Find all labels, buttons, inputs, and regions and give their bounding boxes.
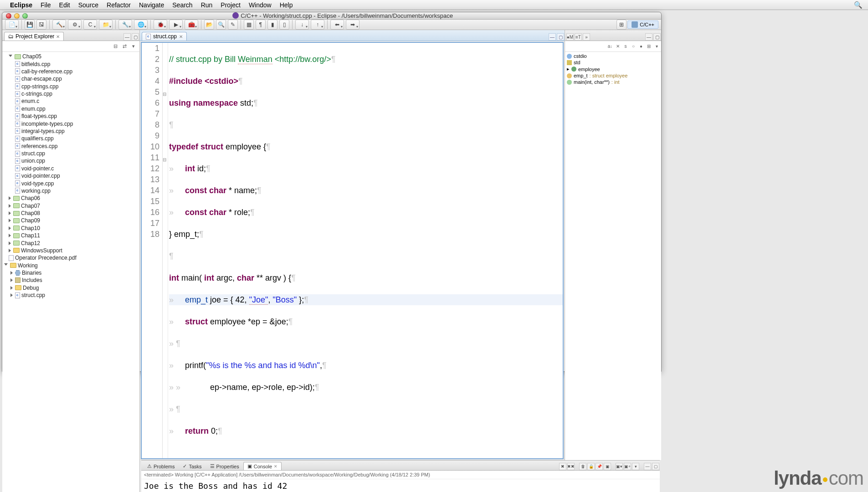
window-minimize-button[interactable] xyxy=(14,13,20,19)
close-editor-icon[interactable]: ✕ xyxy=(179,34,183,39)
close-console-icon[interactable]: ✕ xyxy=(274,464,277,469)
pin-console-button[interactable]: 📌 xyxy=(596,463,603,470)
link-editor-button[interactable]: ⇄ xyxy=(120,42,128,51)
spotlight-icon[interactable]: 🔍 xyxy=(854,1,863,9)
toggle-block-button[interactable]: ▦ xyxy=(244,20,254,30)
search-button[interactable]: 🔍 xyxy=(216,20,226,30)
editor-tab-struct[interactable]: struct.cpp ✕ xyxy=(142,32,187,41)
menu-file[interactable]: File xyxy=(41,1,51,9)
folder-chap09[interactable]: Chap09 xyxy=(9,217,139,224)
terminate-button[interactable]: ✖ xyxy=(559,463,566,470)
file-item[interactable]: cpp-strings.cpp xyxy=(15,83,139,90)
outline-m-tab[interactable]: ●M xyxy=(566,33,574,41)
folder-debug[interactable]: Debug xyxy=(10,284,139,292)
open-console-button[interactable]: ▣▾ xyxy=(616,463,623,470)
hide-inactive-button[interactable]: ● xyxy=(637,43,645,50)
file-item[interactable]: call-by-reference.cpp xyxy=(15,68,139,75)
folder-windowssupport[interactable]: WindowsSupport xyxy=(9,247,139,254)
file-item[interactable]: qualifiers.cpp xyxy=(15,135,139,142)
tab-console[interactable]: ▣Console✕ xyxy=(243,462,282,470)
file-item[interactable]: bitfields.cpp xyxy=(15,60,139,67)
tab-problems[interactable]: ⚠Problems xyxy=(143,462,179,470)
collapse-all-button[interactable]: ⊟ xyxy=(111,42,119,51)
clear-console-button[interactable]: 🗑 xyxy=(579,463,586,470)
file-struct-cpp[interactable]: struct.cpp xyxy=(10,292,139,299)
open-element-button[interactable]: 🌐 xyxy=(134,20,148,30)
file-item[interactable]: void-pointer.cpp xyxy=(15,172,139,179)
sort-button[interactable]: a↓ xyxy=(606,43,614,50)
hide-fields-button[interactable]: ✕ xyxy=(614,43,621,50)
minimize-view-button[interactable]: — xyxy=(123,33,131,41)
file-item[interactable]: integral-types.cpp xyxy=(15,128,139,135)
open-perspective-button[interactable]: ⊞ xyxy=(616,20,627,30)
folder-chap07[interactable]: Chap07 xyxy=(9,202,139,210)
toggle-word-wrap-button[interactable]: ▯ xyxy=(279,20,289,30)
hide-static-button[interactable]: s xyxy=(622,43,629,50)
open-type-button[interactable]: 📂 xyxy=(204,20,214,30)
editor-maximize-button[interactable]: ▢ xyxy=(557,33,564,41)
menu-window[interactable]: Window xyxy=(249,1,272,9)
menu-search[interactable]: Search xyxy=(172,1,192,9)
outline-menu-button[interactable]: ▾ xyxy=(653,43,660,50)
maximize-view-button[interactable]: ▢ xyxy=(132,33,139,41)
outline-t-tab[interactable]: ≡T xyxy=(575,33,582,41)
bottom-minimize-button[interactable]: — xyxy=(644,463,651,470)
folder-chap05[interactable]: Chap05 xyxy=(9,53,139,60)
menu-help[interactable]: Help xyxy=(280,1,293,9)
editor-minimize-button[interactable]: — xyxy=(549,33,556,41)
build-button[interactable]: 🔨 xyxy=(52,20,66,30)
file-item[interactable]: union.cpp xyxy=(15,157,139,164)
folder-chap06[interactable]: Chap06 xyxy=(9,195,139,202)
menu-refactor[interactable]: Refactor xyxy=(107,1,131,9)
next-annotation-button[interactable]: ↓ xyxy=(295,20,309,30)
toggle-mark-button[interactable]: ✎ xyxy=(228,20,238,30)
folder-chap11[interactable]: Chap11 xyxy=(9,232,139,239)
outline-item[interactable]: ▸ employee xyxy=(567,66,659,72)
folder-includes[interactable]: Includes xyxy=(10,277,139,284)
prev-annotation-button[interactable]: ↑ xyxy=(311,20,324,30)
file-item[interactable]: char-escape.cpp xyxy=(15,75,139,82)
project-explorer-tab[interactable]: 🗂 Project Explorer ✕ xyxy=(4,32,64,41)
new-class-button[interactable]: C xyxy=(83,20,97,30)
run-button[interactable]: ▶ xyxy=(169,20,183,30)
toggle-breadcrumb-button[interactable]: ▮ xyxy=(267,20,277,30)
display-selected-button[interactable]: ▣ xyxy=(604,463,611,470)
menu-source[interactable]: Source xyxy=(78,1,98,9)
bottom-maximize-button[interactable]: ▢ xyxy=(652,463,659,470)
file-item[interactable]: working.cpp xyxy=(15,187,139,195)
group-includes-button[interactable]: ⊞ xyxy=(645,43,652,50)
window-zoom-button[interactable] xyxy=(22,13,28,19)
external-tools-button[interactable]: 🧰 xyxy=(185,20,198,30)
file-item[interactable]: incomplete-types.cpp xyxy=(15,120,139,127)
tab-properties[interactable]: ☰Properties xyxy=(206,462,243,470)
outline-list[interactable]: cstdio std ▸ employee emp_t : struct emp… xyxy=(565,52,661,460)
file-item[interactable]: c-strings.cpp xyxy=(15,90,139,97)
save-all-button[interactable]: 🖫 xyxy=(36,20,46,30)
menu-edit[interactable]: Edit xyxy=(59,1,70,9)
folder-chap08[interactable]: Chap08 xyxy=(9,210,139,217)
console-output[interactable]: Joe is the Boss and has id 42 xyxy=(141,479,660,492)
tab-tasks[interactable]: ✓Tasks xyxy=(179,462,205,470)
make-target-button[interactable]: 🔧 xyxy=(118,20,132,30)
view-menu-button[interactable]: ▾ xyxy=(129,42,138,51)
debug-button[interactable]: 🐞 xyxy=(154,20,167,30)
scroll-lock-button[interactable]: 🔒 xyxy=(587,463,595,470)
show-whitespace-button[interactable]: ¶ xyxy=(256,20,266,30)
hide-nonpublic-button[interactable]: ○ xyxy=(630,43,637,50)
project-tree[interactable]: Chap05 bitfields.cpp call-by-reference.c… xyxy=(2,52,139,492)
code-content[interactable]: // struct.cpp by Bill Weinman <http://bw… xyxy=(168,43,563,458)
outline-maximize-button[interactable]: ▢ xyxy=(653,33,661,41)
file-item[interactable]: struct.cpp xyxy=(15,150,139,157)
outline-item[interactable]: main(int, char**) : int xyxy=(567,79,659,85)
save-button[interactable]: 💾 xyxy=(25,20,35,30)
close-view-icon[interactable]: ✕ xyxy=(56,34,60,39)
menu-navigate[interactable]: Navigate xyxy=(139,1,164,9)
build-config-button[interactable]: ⚙ xyxy=(68,20,82,30)
outline-item[interactable]: cstdio xyxy=(567,53,659,59)
forward-button[interactable]: ➡ xyxy=(346,20,360,30)
console-menu-button[interactable]: ▾ xyxy=(632,463,639,470)
menu-project[interactable]: Project xyxy=(221,1,241,9)
window-close-button[interactable] xyxy=(6,13,11,19)
new-console-button[interactable]: ▣+ xyxy=(624,463,631,470)
menu-run[interactable]: Run xyxy=(201,1,213,9)
